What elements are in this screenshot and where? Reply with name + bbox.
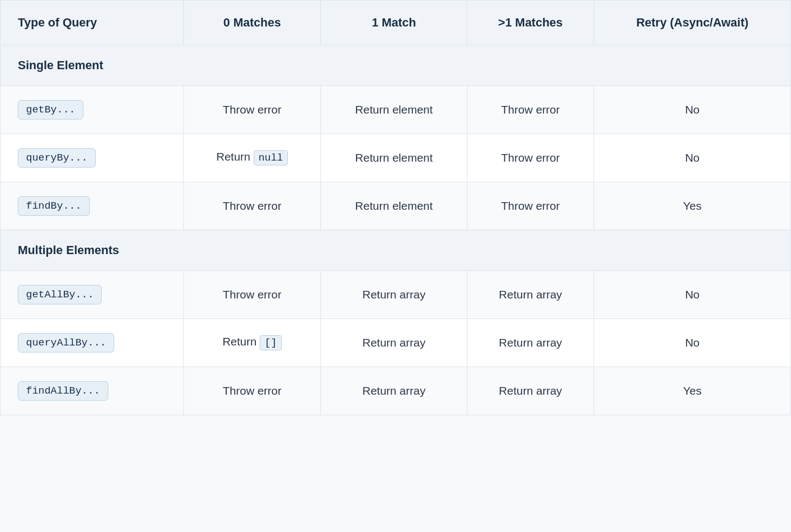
- query-tag: queryBy...: [18, 148, 96, 168]
- zero-matches-cell: Throw error: [183, 367, 321, 415]
- header-type-of-query: Type of Query: [1, 1, 184, 45]
- one-match-cell: Return element: [321, 134, 467, 182]
- header-0-matches: 0 Matches: [183, 1, 321, 45]
- many-matches-cell: Throw error: [467, 86, 594, 134]
- many-matches-cell: Return array: [467, 319, 594, 367]
- query-tag: findAllBy...: [18, 381, 108, 401]
- table-row: findAllBy...Throw errorReturn arrayRetur…: [1, 367, 791, 415]
- query-tag: queryAllBy...: [18, 333, 114, 353]
- one-match-cell: Return array: [321, 271, 467, 319]
- table-row: Single Element: [1, 45, 791, 86]
- section-header-label: Multiple Elements: [1, 230, 791, 271]
- table-row: getBy...Throw errorReturn elementThrow e…: [1, 86, 791, 134]
- header-many-matches: >1 Matches: [467, 1, 594, 45]
- query-type-cell: findBy...: [1, 182, 184, 230]
- retry-cell: No: [594, 134, 791, 182]
- zero-matches-cell: Throw error: [183, 271, 321, 319]
- table-wrapper: Type of Query 0 Matches 1 Match >1 Match…: [0, 0, 791, 415]
- query-type-cell: findAllBy...: [1, 367, 184, 415]
- header-1-match: 1 Match: [321, 1, 467, 45]
- header-retry: Retry (Async/Await): [594, 1, 791, 45]
- query-tag: getAllBy...: [18, 285, 102, 304]
- retry-cell: No: [594, 319, 791, 367]
- retry-cell: No: [594, 271, 791, 319]
- table-row: getAllBy...Throw errorReturn arrayReturn…: [1, 271, 791, 319]
- table-row: Multiple Elements: [1, 230, 791, 271]
- table-row: queryAllBy...Return []Return arrayReturn…: [1, 319, 791, 367]
- table-row: queryBy...Return nullReturn elementThrow…: [1, 134, 791, 182]
- inline-code: []: [260, 335, 282, 350]
- section-header-label: Single Element: [1, 45, 791, 86]
- table-row: findBy...Throw errorReturn elementThrow …: [1, 182, 791, 230]
- inline-code: null: [254, 150, 288, 165]
- one-match-cell: Return element: [321, 86, 467, 134]
- query-type-cell: queryBy...: [1, 134, 184, 182]
- query-type-cell: getBy...: [1, 86, 184, 134]
- many-matches-cell: Return array: [467, 367, 594, 415]
- zero-matches-cell: Return []: [183, 319, 321, 367]
- many-matches-cell: Return array: [467, 271, 594, 319]
- query-reference-table: Type of Query 0 Matches 1 Match >1 Match…: [0, 0, 791, 415]
- retry-cell: Yes: [594, 367, 791, 415]
- one-match-cell: Return element: [321, 182, 467, 230]
- query-tag: getBy...: [18, 100, 83, 119]
- query-type-cell: queryAllBy...: [1, 319, 184, 367]
- zero-matches-cell: Throw error: [183, 182, 321, 230]
- one-match-cell: Return array: [321, 367, 467, 415]
- table-header-row: Type of Query 0 Matches 1 Match >1 Match…: [1, 1, 791, 45]
- query-type-cell: getAllBy...: [1, 271, 184, 319]
- query-tag: findBy...: [18, 196, 90, 216]
- zero-matches-cell: Return null: [183, 134, 321, 182]
- many-matches-cell: Throw error: [467, 134, 594, 182]
- zero-matches-cell: Throw error: [183, 86, 321, 134]
- one-match-cell: Return array: [321, 319, 467, 367]
- retry-cell: Yes: [594, 182, 791, 230]
- retry-cell: No: [594, 86, 791, 134]
- many-matches-cell: Throw error: [467, 182, 594, 230]
